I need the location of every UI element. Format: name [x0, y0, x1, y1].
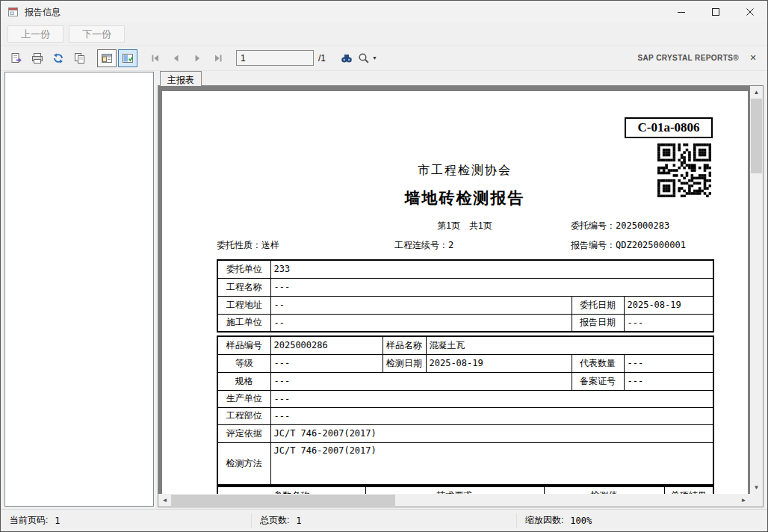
page-total-label: /1: [318, 53, 326, 64]
minimize-button[interactable]: [664, 1, 699, 23]
close-icon: [746, 8, 755, 16]
table-row: 工程地址 -- 委托日期 2025-08-19: [217, 296, 713, 314]
total-pages-label: 总页数:: [260, 514, 289, 527]
last-page-button[interactable]: [208, 49, 228, 67]
document-nav-toolbar: 上一份 下一份: [1, 23, 767, 46]
maximize-button[interactable]: [699, 1, 733, 23]
zoom-label: 缩放因数:: [525, 514, 563, 527]
table-row: 检测方法 JC/T 746-2007(2017): [217, 442, 713, 485]
export-button[interactable]: [7, 49, 26, 67]
refresh-button[interactable]: [49, 49, 68, 67]
page-info: 第1页 共1页: [437, 220, 492, 232]
field-value: 2025000286: [270, 336, 383, 354]
window-title: 报告信息: [25, 6, 61, 19]
zoom-button[interactable]: ▼: [358, 49, 377, 67]
print-button[interactable]: [28, 49, 47, 67]
print-icon: [31, 52, 43, 64]
param-header-cell: 参数名称: [217, 486, 365, 494]
scroll-down-icon: ▼: [754, 484, 760, 491]
first-page-button[interactable]: [146, 49, 165, 67]
previous-page-icon: [170, 52, 182, 64]
field-label: 委托单位: [217, 260, 270, 278]
scroll-down-button[interactable]: ▼: [750, 481, 763, 494]
previous-report-button[interactable]: 上一份: [7, 25, 64, 43]
toggle-group-tree-button[interactable]: [97, 49, 117, 67]
app-window: 报告信息 上一份 下一份: [0, 0, 768, 532]
scroll-up-button[interactable]: ▲: [750, 86, 763, 99]
scrollbar-corner: [750, 494, 763, 507]
status-bar: 当前页码: 1 总页数: 1 缩放因数: 100%: [1, 509, 767, 531]
zoom-value: 100%: [570, 516, 592, 526]
field-value: --: [270, 296, 572, 314]
param-header-cell: 检测值: [544, 486, 664, 494]
status-total-pages: 总页数: 1: [260, 510, 302, 531]
app-icon[interactable]: [7, 6, 19, 18]
commission-no-label: 委托编号：: [571, 220, 616, 231]
report-no-field: 报告编号：QDZ2025000001: [571, 239, 686, 252]
field-value: 233: [270, 260, 713, 278]
group-tree-icon: [101, 52, 113, 64]
previous-page-button[interactable]: [167, 49, 186, 67]
project-serial-value: 2: [448, 240, 453, 250]
table-row: 委托单位 233: [217, 260, 713, 278]
close-button[interactable]: [733, 1, 767, 23]
table-row: 评定依据 JC/T 746-2007(2017): [217, 424, 713, 442]
table-row: 等级 --- 检测日期 2025-08-19 代表数量 ---: [217, 354, 713, 372]
horizontal-scroll-thumb[interactable]: [171, 495, 395, 506]
total-pages-value: 1: [296, 516, 301, 526]
tab-main-report[interactable]: 主报表: [160, 71, 202, 86]
field-value: JC/T 746-2007(2017): [270, 442, 713, 485]
field-label: 检测日期: [383, 354, 426, 372]
zoom-dropdown-caret-icon[interactable]: ▼: [372, 55, 377, 61]
param-header-cell: 单项结果: [664, 486, 713, 494]
copy-button[interactable]: [69, 49, 89, 67]
field-value: 2025-08-19: [624, 296, 713, 314]
binoculars-icon: [341, 52, 353, 64]
project-serial-field: 工程连续号：2: [394, 239, 453, 252]
status-separator: [251, 513, 252, 528]
field-label: 工程部位: [217, 407, 270, 424]
next-page-button[interactable]: [188, 49, 207, 67]
sample-info-table: 样品编号 2025000286 样品名称 混凝土瓦 等级 --- 检测日期 20: [217, 335, 714, 486]
current-page-label: 当前页码:: [10, 514, 48, 527]
field-value: ---: [624, 314, 713, 332]
commission-nature-value: 送样: [261, 240, 279, 250]
parameters-header-table: 参数名称 技术要求 检测值 单项结果: [217, 486, 714, 494]
field-value: ---: [624, 372, 713, 390]
report-no-label: 报告编号：: [571, 240, 616, 250]
copy-icon: [73, 52, 85, 64]
field-label: 检测方法: [217, 442, 270, 485]
export-icon: [10, 52, 22, 64]
vertical-scrollbar[interactable]: ▲ ▼: [750, 86, 763, 494]
commission-no-field: 委托编号：2025000283: [571, 220, 669, 232]
field-value: ---: [270, 354, 383, 372]
vertical-scroll-thumb[interactable]: [751, 99, 762, 173]
field-value: ---: [270, 407, 713, 424]
minimize-icon: [678, 8, 686, 16]
refresh-icon: [52, 52, 64, 64]
find-button[interactable]: [337, 49, 356, 67]
field-value: --: [270, 314, 572, 332]
commission-no-value: 2025000283: [616, 220, 669, 231]
status-current-page: 当前页码: 1: [10, 510, 61, 531]
toggle-parameter-panel-button[interactable]: [118, 49, 137, 67]
sap-crystal-reports-brand: SAP CRYSTAL REPORTS®: [637, 54, 739, 62]
field-label: 代表数量: [572, 354, 624, 372]
table-row: 参数名称 技术要求 检测值 单项结果: [217, 486, 713, 494]
field-value: 2025-08-19: [426, 354, 572, 372]
report-no-value: QDZ2025000001: [616, 240, 686, 250]
toolbar-close-button[interactable]: ✕: [745, 50, 761, 66]
horizontal-scrollbar[interactable]: ◄ ►: [158, 494, 750, 507]
scroll-left-button[interactable]: ◄: [158, 494, 171, 507]
table-row: 生产单位 ---: [217, 390, 713, 407]
next-report-button[interactable]: 下一份: [69, 25, 125, 43]
scroll-up-icon: ▲: [754, 89, 760, 96]
scroll-right-button[interactable]: ►: [737, 494, 750, 507]
commission-nature-field: 委托性质：送样: [217, 239, 279, 252]
field-label: 施工单位: [217, 314, 270, 332]
field-value: ---: [624, 354, 713, 372]
field-label: 备案证号: [572, 372, 624, 390]
table-row: 样品编号 2025000286 样品名称 混凝土瓦: [217, 336, 713, 354]
page-area: C-01a-0806 市工程检测协会 墙地砖检测报告 第1页 共1页 委托编号：…: [158, 86, 750, 494]
page-number-input[interactable]: [236, 50, 314, 66]
